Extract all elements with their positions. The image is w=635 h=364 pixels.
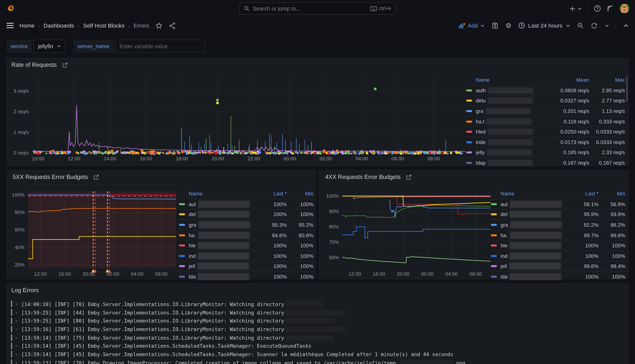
expand-chevron-icon[interactable]: › <box>15 326 18 332</box>
4xx-error-budget-chart[interactable]: 60%70%80%90%100%12:0016:0020:0000:0004:0… <box>324 185 493 282</box>
expand-chevron-icon[interactable]: › <box>15 343 18 348</box>
expand-chevron-icon[interactable]: › <box>15 352 18 357</box>
svg-text:08:00: 08:00 <box>469 271 482 277</box>
redacted-text <box>488 87 533 94</box>
expand-chevron-icon[interactable]: › <box>15 360 18 364</box>
series-name[interactable]: gra <box>189 221 258 228</box>
chevron-down-icon <box>57 44 61 48</box>
refresh-interval-chevron[interactable] <box>604 23 609 28</box>
series-name[interactable]: ind <box>500 252 569 260</box>
breadcrumb-home[interactable]: Home <box>20 22 35 29</box>
mega-menu-icon[interactable] <box>7 23 14 28</box>
search-input[interactable]: Search or jump to... ctrl+k <box>239 2 396 15</box>
series-name[interactable]: aut <box>500 200 569 208</box>
zoom-out-icon[interactable] <box>577 22 584 29</box>
panel-5xx-error-budgets: 5XX Requests Error Budgets 20%40%60%80%1… <box>7 170 316 279</box>
log-line[interactable]: ›[13:59:14] [INF] [45] Emby.Server.Imple… <box>11 342 624 350</box>
log-list[interactable]: ›[14:00:10] [INF] [70] Emby.Server.Imple… <box>11 300 624 364</box>
grafana-logo[interactable] <box>7 4 16 13</box>
log-line[interactable]: ›[13:59:14] [INF] [45] Emby.Server.Imple… <box>11 350 624 358</box>
time-range-label: Last 24 hours <box>528 22 562 29</box>
series-name[interactable]: ind <box>189 252 258 260</box>
series-name[interactable]: hle <box>500 242 569 250</box>
redacted-text <box>198 200 250 208</box>
help-icon[interactable] <box>594 5 601 12</box>
series-name[interactable]: inde <box>476 139 549 146</box>
legend-row: jell100%100% <box>179 261 314 271</box>
legend-header-min[interactable]: Min <box>287 190 313 196</box>
series-name[interactable]: delu <box>476 97 549 104</box>
legend-header-min[interactable]: Min <box>598 190 625 196</box>
legend-header-max[interactable]: Max <box>589 77 625 83</box>
series-name[interactable]: jelly <box>476 149 549 156</box>
series-color-pill <box>491 255 497 257</box>
series-name[interactable]: ldap <box>476 160 549 166</box>
series-name[interactable]: del <box>500 210 569 218</box>
series-name[interactable]: lda <box>500 273 569 280</box>
series-name[interactable]: aut <box>189 200 258 208</box>
legend-header-mean[interactable]: Mean <box>549 77 589 83</box>
panel-title[interactable]: 5XX Requests Error Budgets <box>13 174 88 180</box>
series-name[interactable]: jell <box>189 262 258 270</box>
favorite-star-icon[interactable] <box>156 22 163 29</box>
refresh-icon[interactable] <box>591 22 598 29</box>
series-name[interactable]: hle <box>189 242 258 250</box>
user-avatar[interactable] <box>619 4 629 13</box>
series-name[interactable]: lda <box>189 273 258 280</box>
panel-title[interactable]: Rate of Requests <box>11 62 57 68</box>
panel-title[interactable]: 4XX Requests Error Budgets <box>325 174 401 180</box>
log-line[interactable]: ›[14:00:10] [INF] [70] Emby.Server.Imple… <box>11 300 624 308</box>
legend-header-name[interactable]: Name <box>500 190 569 196</box>
log-line[interactable]: ›[13:59:13] [INF] [70] Emby.Drawing.Imag… <box>11 358 624 364</box>
expand-chevron-icon[interactable]: › <box>15 301 18 306</box>
svg-text:00:00: 00:00 <box>284 156 296 162</box>
time-range-picker[interactable]: Last 24 hours <box>518 22 570 29</box>
series-name[interactable]: hled <box>476 128 549 136</box>
external-link-icon[interactable] <box>406 174 411 180</box>
log-line[interactable]: ›[13:59:25] [INF] [80] Emby.Server.Imple… <box>11 316 624 325</box>
server-name-variable-input[interactable]: Enter variable value <box>115 40 205 52</box>
expand-chevron-icon[interactable]: › <box>15 318 18 324</box>
breadcrumb-folder[interactable]: Self Host Blocks <box>83 22 125 29</box>
series-name[interactable]: gra <box>476 108 549 114</box>
legend-scrollbar[interactable] <box>626 76 628 102</box>
news-icon[interactable] <box>607 5 614 12</box>
series-name[interactable]: gra <box>500 221 569 228</box>
series-name[interactable]: ha.t <box>476 118 549 125</box>
collapse-toolbar-icon[interactable] <box>623 23 628 28</box>
series-name[interactable]: auth <box>476 87 549 94</box>
expand-chevron-icon[interactable]: › <box>15 310 18 315</box>
add-panel-button[interactable]: Add <box>458 22 485 29</box>
external-link-icon[interactable] <box>94 174 99 180</box>
service-variable-label: service <box>7 40 32 52</box>
log-line[interactable]: ›[13:59:25] [INF] [44] Emby.Server.Imple… <box>11 308 624 317</box>
legend-header-name[interactable]: Name <box>476 77 549 83</box>
redacted-text <box>285 310 345 316</box>
series-name[interactable]: ha. <box>189 232 258 239</box>
legend-row: inde0.0173 req/s0.0333 req/s <box>466 137 625 147</box>
dashboard-toolbar: Home › Dashboards › Self Host Blocks › E… <box>0 17 635 34</box>
save-dashboard-button[interactable] <box>492 22 499 29</box>
redacted-text <box>198 221 250 228</box>
redacted-text <box>198 232 250 239</box>
legend-header-name[interactable]: Name <box>189 190 258 196</box>
external-link-icon[interactable] <box>62 62 68 67</box>
log-line[interactable]: ›[13:59:14] [INF] [75] Emby.Server.Imple… <box>11 334 624 342</box>
log-line[interactable]: ›[13:59:16] [INF] [61] Emby.Server.Imple… <box>11 325 624 334</box>
breadcrumb-dashboards[interactable]: Dashboards <box>44 22 74 29</box>
share-icon[interactable] <box>169 22 176 29</box>
redacted-text <box>510 232 562 239</box>
panel-title[interactable]: Log Errors <box>11 287 39 294</box>
legend-header-last[interactable]: Last * <box>569 190 598 196</box>
expand-chevron-icon[interactable]: › <box>15 335 18 340</box>
redacted-text <box>509 262 561 270</box>
service-variable-select[interactable]: jellyfin <box>34 40 65 52</box>
new-button[interactable] <box>569 6 582 12</box>
dashboard-settings-icon[interactable]: ⚙ <box>505 22 511 29</box>
series-name[interactable]: jell <box>500 262 569 270</box>
rate-of-requests-chart[interactable]: 0 req/s1 req/s2 req/s3 req/s10:0012:0014… <box>9 74 470 173</box>
series-name[interactable]: ha. <box>500 232 569 239</box>
series-name[interactable]: del <box>189 210 258 218</box>
legend-header-last[interactable]: Last * <box>258 190 287 196</box>
5xx-error-budget-chart[interactable]: 20%40%60%80%100%12:0016:0020:0000:0004:0… <box>10 185 179 282</box>
